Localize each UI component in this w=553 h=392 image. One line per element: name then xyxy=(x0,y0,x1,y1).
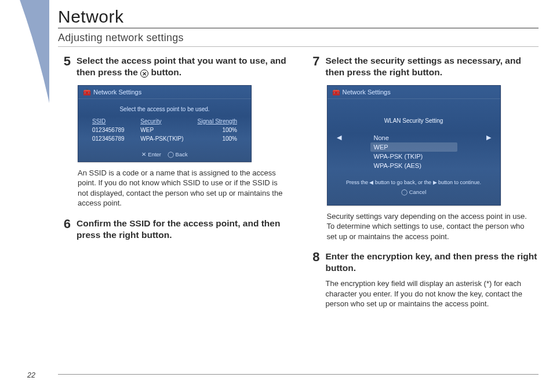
footer-back: Back xyxy=(176,151,188,157)
step-heading: Confirm the SSID for the access point, a… xyxy=(77,218,290,241)
step-heading: Select the security settings as necessar… xyxy=(326,55,539,78)
screenshot-access-point: 🧰 Network Settings Select the access poi… xyxy=(78,85,252,162)
left-arrow-icon: ◀ xyxy=(337,134,341,141)
toolbox-icon: 🧰 xyxy=(332,89,340,96)
security-option-selected: WEP xyxy=(370,142,457,152)
psp-title-text: Network Settings xyxy=(93,89,141,96)
footer-enter: Enter xyxy=(148,151,161,157)
left-column: 5 Select the access point that you want … xyxy=(58,55,290,309)
page-content: Network Adjusting network settings 5 Sel… xyxy=(58,0,539,392)
psp-hint: Press the ◀ button to go back, or the ▶ … xyxy=(334,170,493,188)
security-option: WPA-PSK (AES) xyxy=(370,161,457,170)
columns: 5 Select the access point that you want … xyxy=(58,47,539,309)
x-button-icon: ✕ xyxy=(140,69,148,78)
cell-ssid: 0123456789 xyxy=(92,127,140,133)
step-7-note: Security settings vary depending on the … xyxy=(327,211,536,242)
psp-access-point-table: SSID Security Signal Strength 0123456789… xyxy=(78,117,251,145)
psp-security-list: None WEP WPA-PSK (TKIP) WPA-PSK (AES) xyxy=(370,133,457,170)
psp-footer: ✕Enter ◯Back xyxy=(78,145,251,162)
psp-title-bar: 🧰 Network Settings xyxy=(328,86,500,99)
step-number: 5 xyxy=(58,55,71,68)
security-option: WPA-PSK (TKIP) xyxy=(370,152,457,161)
cell-ssid: 0123456789 xyxy=(92,135,140,142)
step-number: 7 xyxy=(307,55,320,68)
psp-title-text: Network Settings xyxy=(343,89,391,96)
step-heading: Enter the encryption key, and then press… xyxy=(326,251,539,274)
right-column: 7 Select the security settings as necess… xyxy=(307,55,539,309)
cell-security: WPA-PSK(TKIP) xyxy=(140,135,188,142)
page-title: Network xyxy=(58,0,539,28)
step-body-text: The encryption key field will display an… xyxy=(326,279,539,309)
step-8: 8 Enter the encryption key, and then pre… xyxy=(307,251,539,309)
page-subtitle: Adjusting network settings xyxy=(58,28,539,47)
security-option: None xyxy=(370,133,457,142)
right-arrow-icon: ▶ xyxy=(486,134,491,141)
footer-cancel: Cancel xyxy=(409,189,427,195)
cell-security: WEP xyxy=(140,127,188,133)
cell-signal: 100% xyxy=(189,127,237,133)
step-5: 5 Select the access point that you want … xyxy=(58,55,290,78)
psp-table-header: SSID Security Signal Strength xyxy=(92,117,237,126)
screenshot-security-setting: 🧰 Network Settings ◀ ▶ WLAN Security Set… xyxy=(327,85,501,206)
step-number: 6 xyxy=(58,218,71,230)
circle-icon: ◯ xyxy=(401,189,408,195)
psp-table-row: 0123456789 WEP 100% xyxy=(92,126,237,134)
toolbox-icon: 🧰 xyxy=(83,89,91,96)
page-number: 22 xyxy=(27,371,35,379)
step-heading-part-b: button. xyxy=(148,67,181,77)
cell-signal: 100% xyxy=(189,135,237,142)
x-icon: ✕ xyxy=(141,151,146,157)
header-ssid: SSID xyxy=(92,118,140,124)
psp-footer: ◯Cancel xyxy=(334,188,493,199)
psp-title-bar: 🧰 Network Settings xyxy=(78,86,251,99)
psp-body: ◀ ▶ WLAN Security Setting None WEP WPA-P… xyxy=(328,99,500,205)
step-heading: Select the access point that you want to… xyxy=(77,55,290,78)
left-sidebar xyxy=(0,0,49,392)
step-number: 8 xyxy=(307,251,320,263)
header-security: Security xyxy=(140,118,188,124)
step-7: 7 Select the security settings as necess… xyxy=(307,55,539,78)
psp-caption: WLAN Security Setting xyxy=(334,115,493,133)
footer-rule xyxy=(58,374,539,375)
circle-icon: ◯ xyxy=(168,151,174,157)
header-signal: Signal Strength xyxy=(189,118,237,124)
psp-instruction: Select the access point to be used. xyxy=(78,99,251,117)
step-6: 6 Confirm the SSID for the access point,… xyxy=(58,218,290,241)
psp-table-row: 0123456789 WPA-PSK(TKIP) 100% xyxy=(92,134,237,143)
step-5-note: An SSID is a code or a name that is assi… xyxy=(78,168,286,208)
